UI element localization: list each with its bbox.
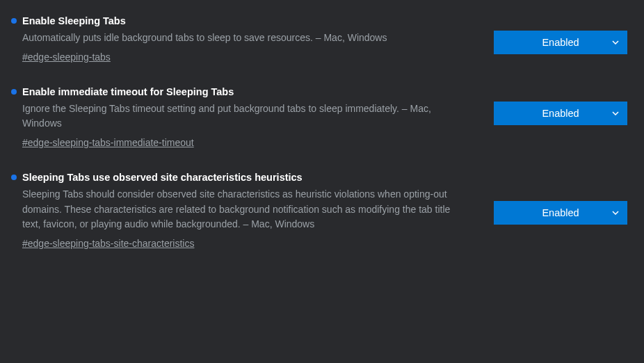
flag-state-select[interactable]: Enabled — [494, 102, 627, 125]
flag-title: Enable immediate timeout for Sleeping Ta… — [22, 86, 234, 97]
flag-title: Sleeping Tabs use observed site characte… — [22, 172, 303, 183]
flag-row: Sleeping Tabs use observed site characte… — [0, 165, 644, 266]
select-label: Enabled — [542, 37, 579, 48]
flag-anchor-link[interactable]: #edge-sleeping-tabs-site-characteristics — [22, 238, 194, 249]
flag-content: Enable Sleeping Tabs Automatically puts … — [11, 15, 494, 63]
flag-state-select[interactable]: Enabled — [494, 201, 627, 225]
flag-control: Enabled — [494, 15, 627, 54]
chevron-down-icon — [612, 39, 619, 46]
flag-title-wrap: Sleeping Tabs use observed site characte… — [11, 172, 466, 183]
chevron-down-icon — [612, 110, 619, 117]
flag-state-select[interactable]: Enabled — [494, 31, 627, 54]
flag-description: Ignore the Sleeping Tabs timeout setting… — [22, 102, 466, 131]
flag-content: Enable immediate timeout for Sleeping Ta… — [11, 86, 494, 148]
flag-content: Sleeping Tabs use observed site characte… — [11, 172, 494, 249]
flag-row: Enable Sleeping Tabs Automatically puts … — [0, 8, 644, 79]
flag-row: Enable immediate timeout for Sleeping Ta… — [0, 79, 644, 165]
flag-description: Automatically puts idle background tabs … — [22, 31, 466, 46]
flag-control: Enabled — [494, 86, 627, 125]
flag-title-wrap: Enable Sleeping Tabs — [11, 15, 466, 26]
flag-anchor-link[interactable]: #edge-sleeping-tabs — [22, 51, 111, 63]
select-label: Enabled — [542, 207, 579, 218]
status-dot-icon — [11, 175, 17, 180]
flag-anchor-link[interactable]: #edge-sleeping-tabs-immediate-timeout — [22, 137, 194, 148]
status-dot-icon — [11, 89, 17, 95]
status-dot-icon — [11, 18, 17, 24]
flag-control: Enabled — [494, 172, 627, 225]
flag-title: Enable Sleeping Tabs — [22, 15, 126, 26]
flag-description: Sleeping Tabs should consider observed s… — [22, 187, 466, 232]
chevron-down-icon — [612, 209, 619, 216]
select-label: Enabled — [542, 108, 579, 119]
flag-title-wrap: Enable immediate timeout for Sleeping Ta… — [11, 86, 466, 97]
